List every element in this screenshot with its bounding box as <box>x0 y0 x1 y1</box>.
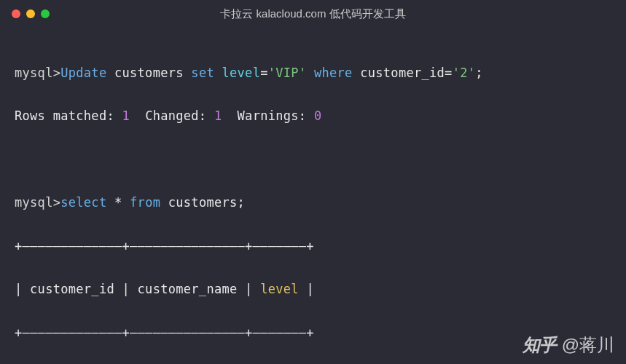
rows-matched-label: Rows matched: <box>15 108 114 123</box>
titlebar: 卡拉云 kalacloud.com 低代码开发工具 <box>0 0 626 28</box>
semi: ; <box>475 66 483 80</box>
table-name: customers <box>168 195 238 210</box>
kw-select: select <box>60 195 106 210</box>
traffic-lights <box>12 9 50 18</box>
close-icon[interactable] <box>12 9 20 18</box>
terminal-output: mysql>Update customers set level='VIP' w… <box>0 28 626 364</box>
table-name: customers <box>114 66 184 80</box>
table-border-top: +—————————————+———————————————+———————+ <box>15 236 611 258</box>
rows-matched-val: 1 <box>122 108 130 123</box>
window-title: 卡拉云 kalacloud.com 低代码开发工具 <box>220 7 405 21</box>
changed-label: Changed: <box>145 108 206 123</box>
col-customer-id: customer_id <box>360 66 445 80</box>
col-level: level <box>222 66 261 80</box>
changed-val: 1 <box>214 108 222 123</box>
kw-where: where <box>314 66 353 80</box>
pipe: | <box>15 282 23 296</box>
blank-line <box>15 149 611 171</box>
kw-from: from <box>130 195 160 210</box>
pipe: | <box>122 282 130 296</box>
star: * <box>114 195 122 210</box>
minimize-icon[interactable] <box>26 9 35 18</box>
warnings-label: Warnings: <box>238 108 307 123</box>
header-level: level <box>253 282 307 296</box>
kw-set: set <box>191 66 214 80</box>
result-line-1: Rows matched: 1 Changed: 1 Warnings: 0 <box>15 106 611 127</box>
header-customer-id: customer_id <box>23 282 122 296</box>
query-line-2: mysql>select * from customers; <box>15 192 611 214</box>
maximize-icon[interactable] <box>41 9 50 18</box>
semi: ; <box>238 195 246 210</box>
pipe: | <box>245 282 253 296</box>
header-customer-name: customer_name <box>130 282 245 296</box>
zhihu-logo-icon: 知乎 <box>523 333 556 357</box>
table-header-row: | customer_id | customer_name | level | <box>15 279 611 301</box>
val-vip: 'VIP' <box>268 66 307 80</box>
prompt: mysql> <box>15 195 60 210</box>
watermark-author: @蒋川 <box>562 333 614 357</box>
eq: = <box>260 66 268 80</box>
kw-update: Update <box>60 66 106 80</box>
pipe: | <box>306 282 314 296</box>
prompt: mysql> <box>15 66 60 80</box>
val-2: '2' <box>453 66 476 80</box>
query-line-1: mysql>Update customers set level='VIP' w… <box>15 63 611 84</box>
watermark: 知乎 @蒋川 <box>523 333 614 357</box>
eq2: = <box>445 66 453 80</box>
warnings-val: 0 <box>314 108 322 123</box>
